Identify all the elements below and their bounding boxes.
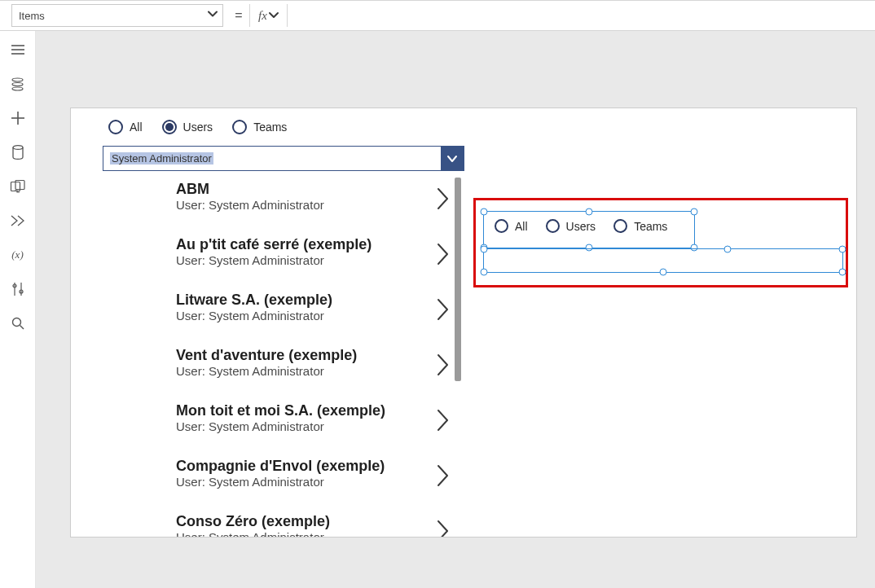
item-subtitle: User: System Administrator xyxy=(176,364,453,378)
advanced-tools-icon[interactable] xyxy=(11,282,25,296)
dropdown-toggle[interactable] xyxy=(441,147,464,170)
item-title: Mon toit et moi S.A. (exemple) xyxy=(176,402,453,419)
item-title: Au p'tit café serré (exemple) xyxy=(176,236,453,253)
formula-bar: Items = fx xyxy=(0,0,875,31)
svg-point-5 xyxy=(12,87,23,90)
radio-label: Users xyxy=(183,121,213,134)
radio-all[interactable]: All xyxy=(108,120,143,134)
chevron-right-icon[interactable] xyxy=(437,464,450,490)
app-canvas[interactable]: AllUsersTeams System Administrator ABMUs… xyxy=(70,108,857,538)
radio-label: Users xyxy=(566,220,596,233)
item-subtitle: User: System Administrator xyxy=(176,530,453,537)
item-subtitle: User: System Administrator xyxy=(176,475,453,489)
item-title: Vent d'aventure (exemple) xyxy=(176,347,453,364)
item-subtitle: User: System Administrator xyxy=(176,419,453,433)
filter-radio-group: AllUsersTeams xyxy=(108,120,287,134)
scroll-thumb[interactable] xyxy=(455,178,461,381)
list-item[interactable]: Conso Zéro (exemple)User: System Adminis… xyxy=(103,505,453,537)
media-icon[interactable] xyxy=(11,179,25,194)
list-item[interactable]: Compagnie d'Envol (exemple)User: System … xyxy=(103,450,453,505)
accounts-gallery: ABMUser: System AdministratorAu p'tit ca… xyxy=(103,173,464,537)
list-item[interactable]: Au p'tit café serré (exemple)User: Syste… xyxy=(103,228,453,283)
radio-label: Teams xyxy=(253,121,287,134)
chevron-right-icon[interactable] xyxy=(437,298,450,324)
item-subtitle: User: System Administrator xyxy=(176,198,453,212)
property-select[interactable]: Items xyxy=(11,4,223,27)
radio-teams[interactable]: Teams xyxy=(232,120,287,134)
radio-ring-icon xyxy=(232,120,247,134)
list-item[interactable]: Mon toit et moi S.A. (exemple)User: Syst… xyxy=(103,394,453,450)
item-title: ABM xyxy=(176,181,453,198)
radio-label: Teams xyxy=(634,220,667,233)
radio-all[interactable]: All xyxy=(495,219,528,233)
chevron-right-icon[interactable] xyxy=(437,409,450,435)
chevron-right-icon[interactable] xyxy=(437,353,450,380)
radio-label: All xyxy=(515,220,528,233)
list-item[interactable]: Litware S.A. (exemple)User: System Admin… xyxy=(103,283,453,339)
scrollbar[interactable] xyxy=(453,173,464,537)
radio-ring-icon xyxy=(108,120,123,134)
svg-point-3 xyxy=(12,78,23,81)
radio-dot-icon xyxy=(165,123,174,131)
fx-icon: fx xyxy=(258,9,267,23)
search-icon[interactable] xyxy=(11,316,25,331)
svg-line-16 xyxy=(20,326,24,330)
radio-ring-icon xyxy=(162,120,177,134)
list-item[interactable]: ABMUser: System Administrator xyxy=(103,173,453,228)
tree-view-icon[interactable] xyxy=(11,77,25,91)
radio-ring-icon xyxy=(495,219,508,233)
canvas-area[interactable]: AllUsersTeams System Administrator ABMUs… xyxy=(36,31,875,588)
chevron-right-icon[interactable] xyxy=(437,520,450,537)
user-dropdown[interactable]: System Administrator xyxy=(103,146,464,171)
item-title: Litware S.A. (exemple) xyxy=(176,292,453,309)
data-icon[interactable] xyxy=(11,145,25,160)
radio-users[interactable]: Users xyxy=(546,219,596,233)
list-item[interactable]: Vent d'aventure (exemple)User: System Ad… xyxy=(103,339,453,394)
radio-ring-icon xyxy=(613,219,627,233)
item-subtitle: User: System Administrator xyxy=(176,309,453,323)
power-automate-icon[interactable] xyxy=(11,213,25,228)
insert-icon[interactable] xyxy=(11,111,25,125)
left-rail: (x) xyxy=(0,31,36,588)
chevron-down-icon xyxy=(269,11,279,20)
radio-users[interactable]: Users xyxy=(162,120,213,134)
radio-teams[interactable]: Teams xyxy=(613,219,667,233)
chevron-right-icon[interactable] xyxy=(437,187,450,213)
property-select-value: Items xyxy=(19,10,45,22)
equals-label: = xyxy=(228,8,249,23)
svg-point-8 xyxy=(13,146,23,150)
variables-icon[interactable]: (x) xyxy=(11,248,25,262)
filter-radio-group-new[interactable]: AllUsersTeams xyxy=(483,211,695,248)
user-dropdown-value: System Administrator xyxy=(103,147,441,170)
chevron-down-icon xyxy=(208,10,218,22)
svg-point-15 xyxy=(12,318,20,327)
workspace: (x) AllUsersTeams System Administrator A… xyxy=(0,31,875,588)
chevron-right-icon[interactable] xyxy=(437,243,450,269)
radio-ring-icon xyxy=(546,219,560,233)
item-subtitle: User: System Administrator xyxy=(176,253,453,267)
svg-point-4 xyxy=(12,82,23,86)
hamburger-icon[interactable] xyxy=(11,42,25,57)
fx-button[interactable]: fx xyxy=(249,4,287,27)
formula-input[interactable] xyxy=(287,4,875,27)
item-title: Compagnie d'Envol (exemple) xyxy=(176,458,453,475)
radio-label: All xyxy=(130,121,143,134)
item-title: Conso Zéro (exemple) xyxy=(176,513,453,530)
